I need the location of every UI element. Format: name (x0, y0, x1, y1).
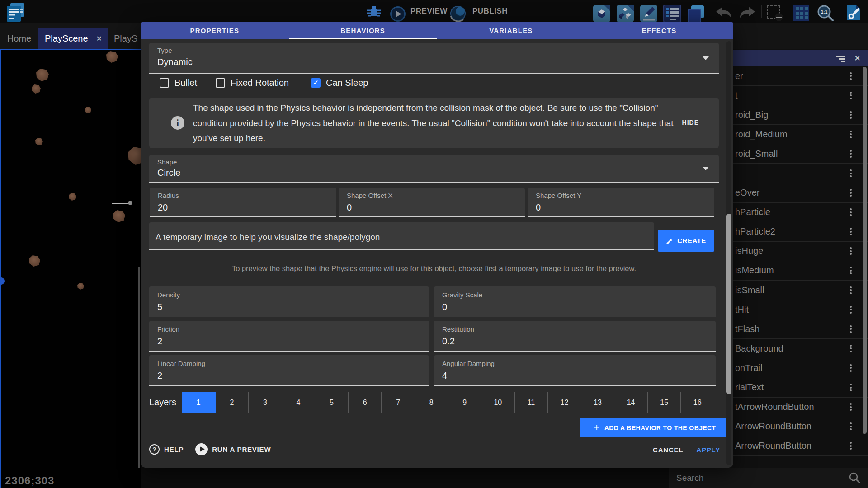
chevron-down-icon[interactable] (703, 167, 709, 170)
angular-damping-field[interactable]: Angular Damping 4 (434, 355, 716, 386)
help-icon[interactable] (149, 444, 160, 455)
zoom-1-1-icon[interactable]: 1:1 (816, 4, 835, 22)
density-field[interactable]: Density 5 (149, 286, 429, 317)
layer-button-2[interactable]: 2 (216, 392, 249, 413)
redo-icon[interactable] (738, 6, 756, 18)
radius-field[interactable]: Radius 20 (150, 188, 336, 217)
tab-effects[interactable]: EFFECTS (585, 22, 733, 39)
guide-line-handle[interactable] (128, 201, 132, 205)
layer-button-6[interactable]: 6 (349, 392, 382, 413)
tab-playscene[interactable]: PlayScene ✕ (38, 28, 108, 49)
chevron-down-icon[interactable] (703, 56, 709, 60)
layers-panel-icon[interactable] (686, 4, 705, 23)
project-manager-icon[interactable] (5, 2, 25, 22)
objects-group-icon[interactable] (616, 4, 635, 23)
publish-globe-icon[interactable] (449, 5, 467, 23)
item-menu-icon[interactable] (850, 285, 852, 295)
tab-properties[interactable]: PROPERTIES (141, 22, 289, 39)
shape-offset-y-field[interactable]: Shape Offset Y 0 (528, 188, 714, 217)
item-menu-icon[interactable] (850, 266, 852, 276)
friction-field[interactable]: Friction 2 (149, 321, 429, 352)
item-menu-icon[interactable] (850, 71, 852, 81)
linear-damping-field[interactable]: Linear Damping 2 (149, 355, 429, 386)
item-menu-icon[interactable] (850, 383, 852, 393)
temp-image-field[interactable]: A temporary image to help you visualize … (149, 222, 654, 250)
asteroid-sprite[interactable] (35, 138, 43, 145)
bullet-checkbox[interactable] (160, 78, 169, 88)
tools-icon[interactable] (844, 4, 863, 22)
asteroid-sprite[interactable] (106, 51, 118, 63)
sidebar-scrollbar[interactable] (863, 67, 867, 434)
tab-home[interactable]: Home (0, 28, 38, 49)
run-preview-icon[interactable] (195, 443, 208, 455)
object-icon[interactable] (592, 4, 611, 23)
asteroid-sprite[interactable] (29, 255, 40, 267)
layer-button-8[interactable]: 8 (415, 392, 448, 413)
layer-button-7[interactable]: 7 (382, 392, 415, 413)
tab-close-icon[interactable]: ✕ (96, 34, 102, 43)
item-menu-icon[interactable] (850, 246, 852, 256)
item-menu-icon[interactable] (850, 129, 852, 139)
scene-canvas[interactable]: 2306;303 (0, 49, 141, 488)
layer-button-3[interactable]: 3 (249, 392, 282, 413)
shape-offset-x-field[interactable]: Shape Offset X 0 (339, 188, 525, 217)
layer-button-10[interactable]: 10 (481, 392, 515, 413)
asteroid-sprite[interactable] (69, 193, 76, 201)
undo-icon[interactable] (715, 6, 733, 18)
item-menu-icon[interactable] (850, 402, 852, 412)
scene-edit-icon[interactable] (639, 4, 658, 23)
layer-button-16[interactable]: 16 (681, 392, 714, 413)
item-menu-icon[interactable] (850, 305, 852, 314)
layer-button-14[interactable]: 14 (614, 392, 648, 413)
item-menu-icon[interactable] (850, 227, 852, 237)
item-menu-icon[interactable] (850, 324, 852, 334)
can-sleep-checkbox-group[interactable]: Can Sleep (311, 77, 368, 88)
item-menu-icon[interactable] (850, 188, 852, 198)
cancel-button[interactable]: CANCEL (653, 446, 683, 454)
layer-button-12[interactable]: 12 (548, 392, 581, 413)
preview-label[interactable]: PREVIEW (410, 7, 448, 16)
dialog-scrollbar[interactable] (726, 41, 731, 465)
shape-select[interactable]: Shape Circle (149, 155, 719, 183)
asteroid-sprite[interactable] (85, 107, 91, 113)
item-menu-icon[interactable] (850, 90, 852, 100)
grid-icon[interactable] (793, 5, 809, 21)
asteroid-sprite[interactable] (36, 69, 49, 81)
item-menu-icon[interactable] (850, 363, 852, 373)
asteroid-sprite[interactable] (77, 283, 84, 290)
tab-variables[interactable]: VARIABLES (437, 22, 585, 39)
fixed-rotation-checkbox-group[interactable]: Fixed Rotation (216, 77, 289, 88)
can-sleep-checkbox[interactable] (311, 78, 321, 88)
search-row[interactable]: Search (669, 468, 868, 488)
run-preview-button[interactable]: RUN A PREVIEW (212, 446, 271, 453)
fixed-rotation-checkbox[interactable] (216, 78, 225, 88)
apply-button[interactable]: APPLY (696, 446, 720, 454)
dialog-scrollbar-thumb[interactable] (726, 214, 731, 394)
type-select[interactable]: Type Dynamic (149, 43, 719, 74)
item-menu-icon[interactable] (850, 441, 852, 451)
deselect-icon[interactable] (767, 5, 780, 19)
bullet-checkbox-group[interactable]: Bullet (160, 77, 197, 88)
layer-button-4[interactable]: 4 (282, 392, 316, 413)
layer-button-13[interactable]: 13 (581, 392, 615, 413)
layer-button-1[interactable]: 1 (182, 392, 216, 413)
layer-button-5[interactable]: 5 (315, 392, 349, 413)
filter-icon[interactable] (836, 54, 845, 62)
item-menu-icon[interactable] (850, 422, 852, 432)
item-menu-icon[interactable] (850, 149, 852, 159)
publish-label[interactable]: PUBLISH (472, 7, 508, 16)
close-icon[interactable]: ✕ (854, 54, 861, 62)
asteroid-sprite[interactable] (113, 210, 125, 222)
item-menu-icon[interactable] (850, 169, 852, 178)
help-button[interactable]: HELP (164, 446, 184, 453)
item-menu-icon[interactable] (850, 343, 852, 353)
create-button[interactable]: CREATE (658, 230, 714, 252)
item-menu-icon[interactable] (850, 110, 852, 120)
tab-behaviors[interactable]: BEHAVIORS (289, 22, 437, 39)
hide-button[interactable]: HIDE (682, 119, 699, 126)
canvas-vertical-scrollbar[interactable] (138, 267, 140, 468)
tab-playscene2[interactable]: PlayS (114, 28, 141, 49)
events-sheet-icon[interactable] (663, 4, 682, 23)
layer-button-11[interactable]: 11 (515, 392, 548, 413)
preview-play-icon[interactable] (390, 6, 406, 22)
